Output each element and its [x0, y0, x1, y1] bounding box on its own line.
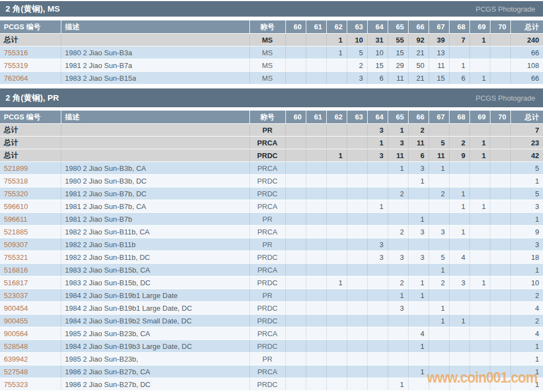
pcgs-population-report-page: 2 角(黄铜), MS PCGS Photograde PCGS 编号 描述 称… [0, 1, 543, 392]
pcgs-number-link[interactable]: 755316 [0, 46, 61, 59]
pcgs-number-link[interactable]: 900564 [0, 327, 61, 340]
grade-65-count-cell [388, 315, 408, 327]
grade-60-count-cell [285, 251, 306, 264]
pcgs-number-link[interactable]: 755323 [0, 378, 61, 391]
grade-68-count-cell: 6 [449, 72, 469, 85]
grade-61-count-cell [306, 34, 326, 46]
grade-64-count-cell [367, 327, 388, 340]
grade-70-count-cell [490, 162, 510, 175]
pcgs-number-link[interactable]: 528548 [0, 340, 61, 353]
row-total-cell: 1 [510, 365, 543, 378]
grade-60-count-cell [285, 226, 306, 238]
description-cell: 1980 2 Jiao Sun-B3a [61, 46, 249, 59]
grade-64-count-cell: 10 [367, 46, 388, 59]
table-row: 5966101981 2 Jiao Sun-B7b, CAPRCA1113 [0, 200, 543, 213]
grade-64-count-cell: 3 [367, 124, 388, 137]
col-header-pcgs-number: PCGS 编号 [0, 111, 61, 124]
grade-65-count-cell [388, 340, 408, 353]
grade-65-count-cell: 1 [388, 289, 408, 302]
grade-65-count-cell: 15 [388, 46, 408, 59]
grade-60-count-cell [285, 175, 306, 187]
grade-69-count-cell [469, 365, 490, 378]
pcgs-number-link[interactable]: 596611 [0, 213, 61, 226]
grade-65-count-cell [388, 238, 408, 251]
grade-70-count-cell [490, 59, 510, 72]
designation-cell: PRCA [249, 226, 285, 238]
grade-65-count-cell [388, 264, 408, 276]
pcgs-number-link[interactable]: 762064 [0, 72, 61, 85]
totals-label: 总计 [0, 34, 61, 46]
grade-70-count-cell [490, 315, 510, 327]
grade-65-count-cell: 11 [388, 149, 408, 162]
designation-cell: PRDC [249, 302, 285, 315]
grade-65-count-cell [388, 200, 408, 213]
pcgs-number-link[interactable]: 755319 [0, 59, 61, 72]
grade-66-count-cell [408, 264, 429, 276]
grade-68-count-cell: 1 [449, 59, 469, 72]
pcgs-number-link[interactable]: 755318 [0, 175, 61, 187]
table-row: 5275481986 2 Jiao Sun-B27b, CAPRCA11 [0, 365, 543, 378]
pcgs-number-link[interactable]: 521885 [0, 226, 61, 238]
pcgs-number-link[interactable]: 755321 [0, 251, 61, 264]
designation-cell: PRDC [249, 251, 285, 264]
pcgs-number-link[interactable]: 755320 [0, 187, 61, 200]
totals-row: 总计PRCA131152123 [0, 137, 543, 149]
grade-62-count-cell: 1 [326, 149, 347, 162]
grade-63-count-cell [347, 340, 367, 353]
grade-66-count-cell: 3 [408, 251, 429, 264]
pcgs-number-link[interactable]: 900455 [0, 315, 61, 327]
pcgs-number-link[interactable]: 527548 [0, 365, 61, 378]
col-header-grade-60: 60 [285, 20, 306, 34]
grade-70-count-cell [490, 226, 510, 238]
pcgs-number-link[interactable]: 516816 [0, 264, 61, 276]
pcgs-photograde-link[interactable]: PCGS Photograde [476, 94, 535, 102]
grade-62-count-cell [326, 72, 347, 85]
row-total-cell: 1 [510, 353, 543, 365]
description-cell: 1981 2 Jiao Sun-B7b, DC [61, 187, 249, 200]
pcgs-photograde-link[interactable]: PCGS Photograde [476, 5, 535, 13]
grade-67-count-cell: 11 [429, 59, 449, 72]
grade-67-count-cell: 2 [429, 187, 449, 200]
totals-row: 总计MS1103155923971240 [0, 34, 543, 46]
grade-62-count-cell [326, 226, 347, 238]
designation-cell: PRCA [249, 137, 285, 149]
grade-60-count-cell [285, 59, 306, 72]
grade-70-count-cell [490, 276, 510, 289]
description-cell: 1982 2 Jiao Sun-B11b, DC [61, 251, 249, 264]
pcgs-number-link[interactable]: 900454 [0, 302, 61, 315]
grade-62-count-cell [326, 238, 347, 251]
grade-61-count-cell [306, 238, 326, 251]
table-row: 5230371984 2 Jiao Sun-B19b1 Large DatePR… [0, 289, 543, 302]
row-total-cell: 18 [510, 251, 543, 264]
pcgs-number-link[interactable]: 639942 [0, 353, 61, 365]
table-row: 9004551984 2 Jiao Sun-B19b2 Small Date, … [0, 315, 543, 327]
description-cell: 1985 2 Jiao Sun-B23b, [61, 353, 249, 365]
designation-cell: PR [249, 124, 285, 137]
col-header-description: 描述 [61, 20, 249, 34]
pcgs-number-link[interactable]: 596610 [0, 200, 61, 213]
row-total-cell: 3 [510, 200, 543, 213]
grade-61-count-cell [306, 59, 326, 72]
grade-60-count-cell [285, 46, 306, 59]
grade-61-count-cell [306, 276, 326, 289]
designation-cell: PRDC [249, 378, 285, 391]
grade-68-count-cell [449, 124, 469, 137]
pcgs-number-link[interactable]: 521899 [0, 162, 61, 175]
grade-68-count-cell: 1 [449, 315, 469, 327]
grade-62-count-cell [326, 353, 347, 365]
grade-64-count-cell [367, 264, 388, 276]
pcgs-number-link[interactable]: 516817 [0, 276, 61, 289]
grade-67-count-cell [429, 378, 449, 391]
pcgs-number-link[interactable]: 509307 [0, 238, 61, 251]
col-header-total: 总计 [510, 20, 543, 34]
grade-69-count-cell [469, 238, 490, 251]
pcgs-number-link[interactable]: 523037 [0, 289, 61, 302]
col-header-grade-70: 70 [490, 111, 510, 124]
grade-60-count-cell [285, 353, 306, 365]
grade-63-count-cell [347, 315, 367, 327]
grade-62-count-cell [326, 213, 347, 226]
grade-65-count-cell [388, 213, 408, 226]
grade-69-count-cell [469, 315, 490, 327]
grade-64-count-cell: 3 [367, 149, 388, 162]
grade-67-count-cell: 13 [429, 46, 449, 59]
